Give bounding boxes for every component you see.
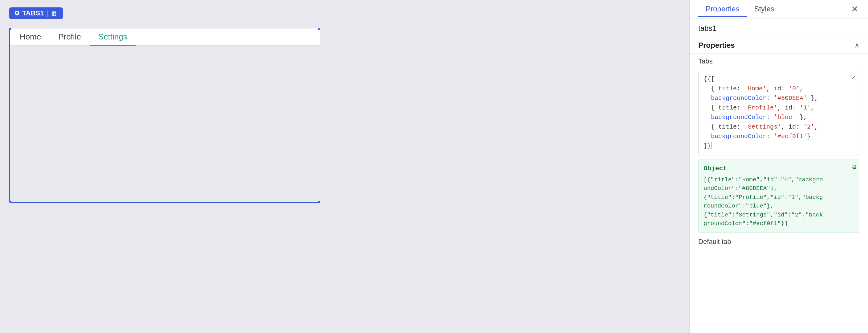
object-preview-box: Object ⧉ [{"title":"Home","id":"0","back… [698,159,859,233]
tab-bar: Home Profile Settings [10,28,320,46]
canvas-area: ⚙ TABS1 | 🗑 Home Profile Settings [0,0,689,333]
panel-tab-bar: Properties Styles [698,2,782,16]
tab-profile[interactable]: Profile [50,28,90,46]
resize-handle-tr[interactable] [318,28,320,30]
component-badge: ⚙ TABS1 | 🗑 [9,7,63,19]
panel-tab-properties[interactable]: Properties [698,2,747,17]
resize-handle-tl[interactable] [9,28,11,30]
tabs-code-input[interactable]: ⤢ {{[ { title: 'Home', id: '0', backgrou… [698,70,859,156]
panel-close-button[interactable]: ✕ [850,4,859,15]
panel-header: Properties Styles ✕ [690,0,868,19]
tab-home[interactable]: Home [11,28,50,46]
object-content: [{"title":"Home","id":"0","backgroundCol… [704,175,854,228]
tab-settings[interactable]: Settings [90,28,136,46]
delete-component-button[interactable]: 🗑 [51,10,58,17]
copy-icon[interactable]: ⧉ [852,163,856,172]
tab-content-area [10,46,320,202]
collapse-chevron-icon[interactable]: ∧ [855,41,859,49]
resize-handle-br[interactable] [318,201,320,203]
object-label: Object [704,164,854,174]
gear-icon: ⚙ [14,9,20,17]
badge-label: TABS1 [22,9,44,17]
panel-tab-styles[interactable]: Styles [747,2,781,17]
component-name: tabs1 [690,19,868,35]
expand-icon[interactable]: ⤢ [851,73,856,83]
section-header: Properties ∧ [690,35,868,54]
right-panel: Properties Styles ✕ tabs1 Properties ∧ T… [689,0,868,333]
resize-handle-bl[interactable] [9,201,11,203]
properties-section: Properties ∧ Tabs ⤢ {{[ { title: 'Home',… [690,35,868,248]
tabs-prop-label: Tabs [690,54,868,67]
tabs-widget: Home Profile Settings [9,28,320,203]
section-title: Properties [698,41,735,50]
default-tab-label: Default tab [690,233,868,248]
